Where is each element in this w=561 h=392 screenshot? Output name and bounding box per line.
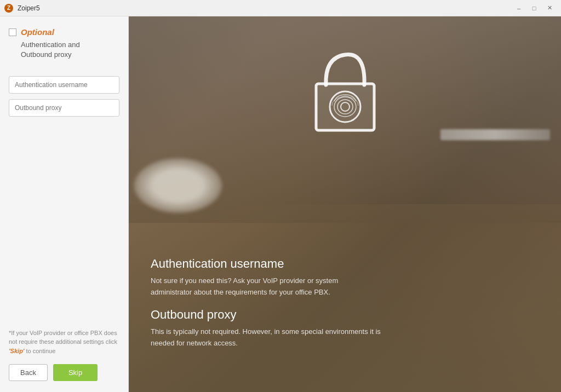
window-controls: – □ ✕ (512, 3, 557, 14)
maximize-button[interactable]: □ (527, 3, 541, 14)
subtitle-line2: Outbound proxy (21, 50, 72, 59)
outbound-proxy-input[interactable] (9, 99, 119, 117)
section1-title: Authentication username (151, 257, 539, 271)
app-logo: Z (4, 4, 13, 13)
main-layout: Optional Authentication and Outbound pro… (0, 16, 561, 392)
skip-button[interactable]: Skip (53, 364, 98, 381)
subtitle-text: Authentication and Outbound proxy (21, 40, 119, 60)
lock-icon-container (301, 33, 389, 142)
section1-desc: Not sure if you need this? Ask your VoIP… (151, 275, 381, 298)
lock-icon (304, 36, 386, 140)
minimize-button[interactable]: – (512, 3, 526, 14)
close-button[interactable]: ✕ (542, 3, 557, 14)
skip-link-text: 'Skip' (9, 348, 24, 354)
mouse-decoration (134, 158, 222, 213)
optional-row: Optional (9, 27, 119, 37)
bottom-buttons: Back Skip (9, 364, 119, 381)
titlebar: Z Zoiper5 – □ ✕ (0, 0, 561, 16)
subtitle-line1: Authentication and (21, 41, 80, 49)
right-panel: Authentication username Not sure if you … (129, 16, 561, 392)
auth-username-input[interactable] (9, 76, 119, 94)
info-suffix: to continue (24, 348, 55, 354)
left-panel: Optional Authentication and Outbound pro… (0, 16, 129, 392)
info-text: *If your VoIP provider or office PBX doe… (9, 328, 119, 356)
optional-label: Optional (21, 27, 54, 37)
back-button[interactable]: Back (9, 364, 48, 381)
section2-desc: This is typically not required. However,… (151, 326, 381, 349)
section2-title: Outbound proxy (151, 308, 539, 322)
right-content: Authentication username Not sure if you … (129, 257, 561, 392)
app-title: Zoiper5 (18, 4, 40, 12)
logo-letter: Z (7, 5, 10, 11)
laptop-decoration (440, 129, 550, 140)
info-prefix: *If your VoIP provider or office PBX doe… (9, 330, 117, 345)
optional-checkbox[interactable] (9, 28, 16, 36)
titlebar-left: Z Zoiper5 (4, 4, 40, 13)
